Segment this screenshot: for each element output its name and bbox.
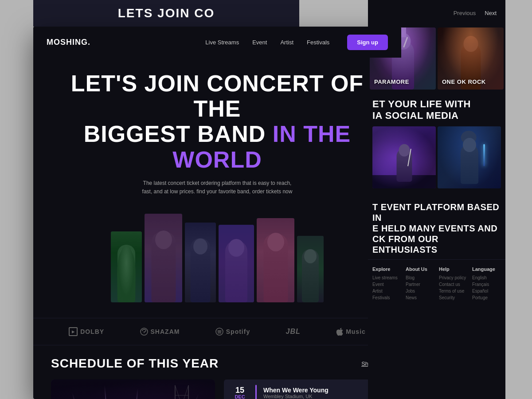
footer-col-help: Help Privacy policy Contact us Terms of …	[439, 266, 468, 302]
connect-portrait-photo	[438, 126, 501, 188]
footer-link-explore-1[interactable]: Event	[372, 282, 401, 287]
navbar: MOSHING. Live Streams Event Artist Festi…	[33, 27, 401, 58]
prev-next-nav: Previous Next	[445, 0, 505, 26]
connect-title: ET YOUR LIFE WITH IA SOCIAL MEDIA	[372, 98, 501, 122]
schedule-section: SCHEDULE OF THIS YEAR Show All	[33, 345, 401, 399]
footer-link-explore-0[interactable]: Live streams	[372, 275, 401, 280]
sponsor-shazam: SHAZAM	[140, 328, 180, 336]
logo: MOSHING.	[47, 38, 90, 47]
nav-links: Live Streams Event Artist Festivals	[205, 39, 329, 46]
sponsors-row: ▶ DOLBY SHAZAM Spotify JBL	[33, 318, 401, 345]
top-partial-text: LETS JOIN CO	[118, 6, 215, 20]
sponsor-jbl: JBL	[286, 328, 301, 336]
right-panel: Previous Next PARAMORE	[368, 0, 505, 399]
apple-icon	[336, 328, 343, 336]
event-month-0: DEC	[231, 394, 249, 399]
nav-live-streams[interactable]: Live Streams	[205, 39, 239, 46]
artist-name-paramore: PARAMORE	[374, 78, 409, 85]
footer-link-about-2[interactable]: Jobs	[406, 289, 434, 293]
nav-artist[interactable]: Artist	[280, 39, 293, 46]
band-photo-3	[185, 223, 216, 302]
footer-link-lang-3[interactable]: Portuge	[472, 295, 501, 300]
event-day-0: 15	[231, 386, 249, 394]
footer-col-title-language: Language	[472, 266, 501, 272]
hero-title-line2: BIGGEST BAND	[84, 121, 266, 147]
band-photos	[51, 205, 383, 302]
footer-link-explore-2[interactable]: Artist	[372, 289, 401, 293]
svg-line-4	[175, 385, 188, 399]
connect-section: ET YOUR LIFE WITH IA SOCIAL MEDIA	[368, 90, 505, 193]
hero-section: LET'S JOIN CONCERT OF THE BIGGEST BAND I…	[33, 58, 401, 318]
svg-line-5	[175, 385, 188, 399]
footer-link-lang-0[interactable]: English	[472, 275, 501, 280]
shazam-icon	[140, 328, 148, 336]
signup-button[interactable]: Sign up	[347, 35, 388, 50]
next-button[interactable]: Next	[485, 10, 497, 16]
nav-festivals[interactable]: Festivals	[307, 39, 329, 46]
schedule-image	[51, 379, 215, 399]
spotify-icon	[215, 328, 223, 336]
footer-link-lang-1[interactable]: Français	[472, 282, 501, 287]
platform-title: T EVENT PLATFORM BASED IN E HELD MANY EV…	[372, 202, 501, 255]
footer-link-about-3[interactable]: News	[406, 295, 434, 300]
footer-link-about-0[interactable]: Blog	[406, 275, 434, 280]
footer-col-explore: Explore Live streams Event Artist Festiv…	[372, 266, 401, 302]
event-item-0[interactable]: 15 DEC When We Were Young Wembley Stadiu…	[224, 379, 383, 399]
connect-photos	[372, 126, 501, 188]
schedule-header: SCHEDULE OF THIS YEAR Show All	[51, 356, 383, 371]
schedule-events: 15 DEC When We Were Young Wembley Stadiu…	[224, 379, 383, 399]
event-name-0: When We Were Young	[263, 387, 376, 394]
artist-card-oneokrock[interactable]: ONE OK ROCK	[438, 27, 504, 90]
nav-event[interactable]: Event	[252, 39, 267, 46]
hero-subtitle: The latest concert ticket ordering platf…	[137, 179, 297, 196]
band-photo-6	[297, 236, 324, 302]
artist-name-oneokrock: ONE OK ROCK	[442, 78, 486, 85]
schedule-title: SCHEDULE OF THIS YEAR	[51, 356, 219, 371]
band-photo-1	[111, 231, 142, 302]
event-info-0: When We Were Young Wembley Stadium, UK	[263, 387, 376, 399]
band-photo-2	[145, 214, 182, 302]
footer-col-about: About Us Blog Partner Jobs News	[406, 266, 434, 302]
footer-col-language: Language English Français Español Portug…	[472, 266, 501, 302]
footer-col-title-about: About Us	[406, 266, 434, 272]
hero-title-line1: LET'S JOIN CONCERT OF THE	[71, 70, 364, 121]
footer-section: Explore Live streams Event Artist Festiv…	[368, 259, 505, 309]
footer-link-lang-2[interactable]: Español	[472, 289, 501, 293]
previous-button[interactable]: Previous	[454, 10, 476, 16]
dolby-icon: ▶	[69, 327, 78, 336]
event-venue-0: Wembley Stadium, UK	[263, 394, 376, 399]
footer-link-help-1[interactable]: Contact us	[439, 282, 468, 287]
footer-grid: Explore Live streams Event Artist Festiv…	[372, 266, 501, 302]
sponsor-apple-music: Music	[336, 328, 366, 336]
footer-col-title-explore: Explore	[372, 266, 401, 272]
band-photo-4	[219, 225, 254, 302]
schedule-content: 15 DEC When We Were Young Wembley Stadiu…	[51, 379, 383, 399]
main-page: MOSHING. Live Streams Event Artist Festi…	[33, 27, 401, 399]
platform-section: T EVENT PLATFORM BASED IN E HELD MANY EV…	[368, 193, 505, 259]
footer-link-help-3[interactable]: Security	[439, 295, 468, 300]
footer-col-title-help: Help	[439, 266, 468, 272]
event-divider-0	[255, 385, 257, 399]
band-photo-5	[257, 218, 294, 302]
footer-link-explore-3[interactable]: Festivals	[372, 295, 401, 300]
stage-tower	[173, 385, 191, 399]
event-date-0: 15 DEC	[231, 386, 249, 399]
footer-link-about-1[interactable]: Partner	[406, 282, 434, 287]
connect-concert-photo	[372, 126, 436, 188]
sponsor-dolby: ▶ DOLBY	[69, 327, 104, 336]
hero-title: LET'S JOIN CONCERT OF THE BIGGEST BAND I…	[51, 71, 383, 172]
sponsor-spotify: Spotify	[215, 328, 250, 336]
footer-link-help-2[interactable]: Terms of use	[439, 289, 468, 293]
footer-link-help-0[interactable]: Privacy policy	[439, 275, 468, 280]
